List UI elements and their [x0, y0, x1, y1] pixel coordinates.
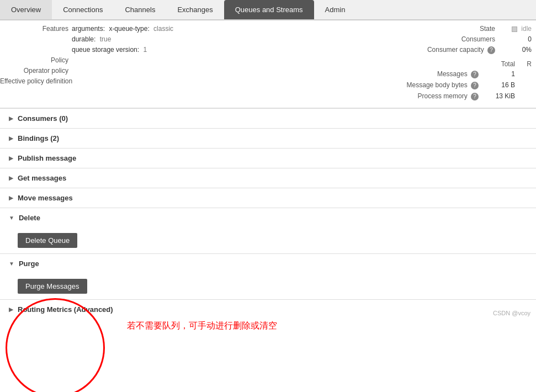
triangle-icon-publish: ▶	[9, 155, 13, 161]
section-label-bindings: Bindings (2)	[18, 134, 59, 142]
section-body-purge: Purge Messages	[0, 273, 536, 299]
arguments-key: arguments:	[72, 25, 105, 33]
section-header-purge[interactable]: ▼Purge	[0, 254, 536, 273]
process-memory-total: 13 KiB	[482, 92, 515, 100]
section-header-move[interactable]: ▶Move messages	[0, 188, 536, 208]
triangle-icon-consumers: ▶	[9, 115, 13, 121]
triangle-icon-move: ▶	[9, 195, 13, 201]
section-label-move: Move messages	[18, 194, 73, 202]
section-label-consumers: Consumers (0)	[18, 114, 68, 123]
section-header-bindings[interactable]: ▶Bindings (2)	[0, 129, 536, 148]
process-memory-label: Process memory ?	[418, 92, 479, 100]
section-header-get[interactable]: ▶Get messages	[0, 168, 536, 188]
message-body-label: Message body bytes ?	[407, 81, 479, 89]
delete-queue-button[interactable]: Delete Queue	[18, 233, 77, 248]
features-label: Features	[0, 25, 72, 33]
state-label: State	[480, 25, 495, 33]
purge-messages-button[interactable]: Purge Messages	[18, 279, 87, 294]
consumer-capacity-label: Consumer capacity ?	[427, 46, 495, 54]
process-memory-help-icon[interactable]: ?	[471, 93, 479, 100]
x-queue-type-key: x-queue-type:	[109, 25, 149, 33]
section-label-get: Get messages	[18, 174, 66, 182]
section-header-publish[interactable]: ▶Publish message	[0, 149, 536, 168]
total-header: Total	[482, 60, 515, 68]
triangle-icon-purge: ▼	[9, 261, 14, 267]
queue-storage-value: queue storage version: 1	[72, 46, 147, 54]
message-body-total: 16 B	[482, 81, 515, 89]
features-value: arguments: x-queue-type: classic	[72, 25, 173, 33]
nav-tab-connections[interactable]: Connections	[52, 0, 114, 19]
nav-tab-admin[interactable]: Admin	[314, 0, 357, 19]
operator-policy-label: Operator policy	[0, 67, 72, 75]
section-body-delete: Delete Queue	[0, 227, 536, 253]
section-get: ▶Get messages	[0, 168, 536, 188]
messages-total: 1	[482, 70, 515, 78]
state-idle-text: idle	[521, 25, 532, 33]
triangle-icon-routing: ▶	[9, 306, 13, 312]
message-body-help-icon[interactable]: ?	[471, 82, 479, 89]
durable-val: true	[100, 35, 112, 43]
triangle-icon-get: ▶	[9, 175, 13, 181]
nav-tabs: OverviewConnectionsChannelsExchangesQueu…	[0, 0, 536, 20]
section-publish: ▶Publish message	[0, 148, 536, 168]
consumers-value: 0	[498, 35, 532, 43]
watermark: CSDN @vcoy	[493, 310, 530, 316]
nav-tab-exchanges[interactable]: Exchanges	[166, 0, 224, 19]
section-routing: ▶Routing Metrics (Advanced)	[0, 299, 536, 319]
section-move: ▶Move messages	[0, 188, 536, 208]
r-header: R	[515, 60, 532, 68]
state-indicator	[512, 27, 517, 32]
section-bindings: ▶Bindings (2)	[0, 128, 536, 148]
section-header-consumers[interactable]: ▶Consumers (0)	[0, 109, 536, 128]
nav-tab-channels[interactable]: Channels	[114, 0, 166, 19]
nav-tab-queues-and-streams[interactable]: Queues and Streams	[224, 0, 314, 19]
durable-key: durable:	[72, 35, 95, 43]
section-delete: ▼DeleteDelete Queue	[0, 208, 536, 253]
consumer-capacity-value: 0%	[498, 46, 532, 54]
queue-storage-val: 1	[143, 46, 147, 54]
section-label-delete: Delete	[19, 214, 40, 222]
annotation-text: 若不需要队列，可手动进行删除或清空	[127, 320, 277, 332]
consumers-label: Consumers	[461, 35, 495, 43]
section-purge: ▼PurgePurge Messages	[0, 253, 536, 299]
effective-policy-label: Effective policy definition	[0, 77, 76, 85]
messages-help-icon[interactable]: ?	[471, 71, 479, 78]
messages-label: Messages ?	[437, 70, 479, 78]
x-queue-type-val: classic	[153, 25, 173, 33]
section-label-routing: Routing Metrics (Advanced)	[18, 305, 113, 314]
triangle-icon-bindings: ▶	[9, 135, 13, 141]
queue-storage-key: queue storage version:	[72, 46, 139, 54]
section-header-delete[interactable]: ▼Delete	[0, 208, 536, 227]
section-label-publish: Publish message	[18, 154, 76, 162]
state-value: idle	[498, 25, 532, 33]
policy-label: Policy	[0, 56, 72, 64]
section-label-purge: Purge	[19, 259, 39, 268]
nav-tab-overview[interactable]: Overview	[0, 0, 52, 19]
triangle-icon-delete: ▼	[9, 215, 14, 221]
consumer-capacity-help-icon[interactable]: ?	[487, 46, 495, 54]
section-consumers: ▶Consumers (0)	[0, 108, 536, 128]
section-header-routing[interactable]: ▶Routing Metrics (Advanced)	[0, 300, 536, 319]
durable-value: durable: true	[72, 35, 111, 43]
